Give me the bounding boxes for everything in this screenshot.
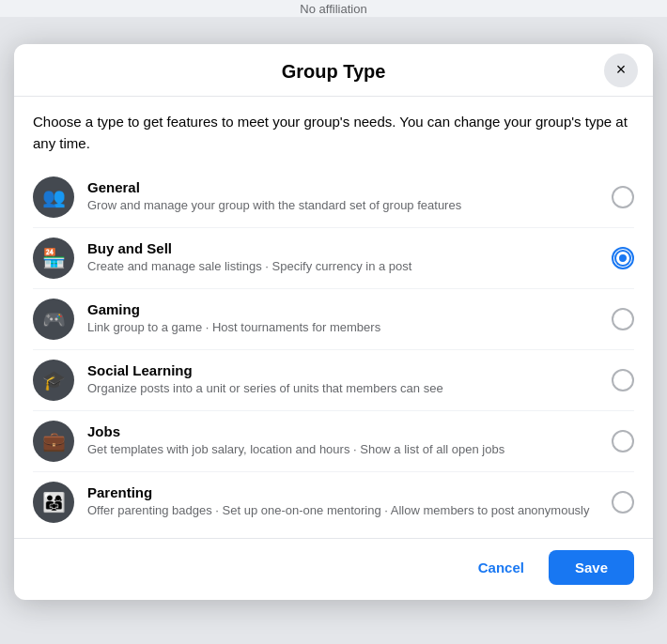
buy-and-sell-text: Buy and SellCreate and manage sale listi…	[87, 240, 602, 275]
gaming-icon: 🎮	[33, 299, 74, 340]
parenting-icon: 👨‍👩‍👧	[33, 482, 74, 523]
option-item-social-learning[interactable]: 🎓Social LearningOrganize posts into a un…	[33, 350, 634, 411]
option-item-parenting[interactable]: 👨‍👩‍👧ParentingOffer parenting badges · S…	[33, 472, 634, 532]
parenting-radio[interactable]	[612, 491, 634, 514]
jobs-text: JobsGet templates with job salary, locat…	[87, 423, 602, 458]
dialog-description: Choose a type to get features to meet yo…	[14, 97, 653, 163]
close-button[interactable]: ×	[604, 54, 638, 87]
background-hint: No affiliation	[0, 0, 667, 17]
parenting-desc: Offer parenting badges · Set up one-on-o…	[87, 502, 602, 519]
social-learning-icon: 🎓	[33, 360, 74, 401]
option-item-buy-and-sell[interactable]: 🏪Buy and SellCreate and manage sale list…	[33, 228, 634, 289]
social-learning-text: Social LearningOrganize posts into a uni…	[87, 362, 602, 397]
social-learning-radio[interactable]	[612, 369, 634, 391]
general-desc: Grow and manage your group with the stan…	[87, 197, 602, 214]
jobs-icon: 💼	[33, 421, 74, 462]
general-radio[interactable]	[612, 186, 634, 208]
option-item-general[interactable]: 👥GeneralGrow and manage your group with …	[33, 167, 634, 228]
buy-and-sell-desc: Create and manage sale listings · Specif…	[87, 258, 602, 275]
buy-and-sell-radio-inner	[616, 252, 629, 265]
dialog-header: Group Type ×	[14, 44, 653, 97]
buy-and-sell-name: Buy and Sell	[87, 240, 602, 256]
gaming-name: Gaming	[87, 301, 602, 317]
gaming-radio[interactable]	[612, 308, 634, 330]
general-name: General	[87, 179, 602, 195]
option-item-gaming[interactable]: 🎮GamingLink group to a game · Host tourn…	[33, 289, 634, 350]
jobs-desc: Get templates with job salary, location …	[87, 441, 602, 458]
dialog-backdrop: No affiliation Group Type × Choose a typ…	[0, 0, 667, 644]
dialog-title: Group Type	[282, 61, 386, 83]
group-type-dialog: Group Type × Choose a type to get featur…	[14, 44, 653, 600]
general-text: GeneralGrow and manage your group with t…	[87, 179, 602, 214]
dialog-footer: Cancel Save	[14, 538, 653, 600]
gaming-text: GamingLink group to a game · Host tourna…	[87, 301, 602, 336]
jobs-name: Jobs	[87, 423, 602, 439]
social-learning-name: Social Learning	[87, 362, 602, 378]
social-learning-desc: Organize posts into a unit or series of …	[87, 380, 602, 397]
buy-and-sell-icon: 🏪	[33, 238, 74, 279]
option-item-jobs[interactable]: 💼JobsGet templates with job salary, loca…	[33, 411, 634, 472]
jobs-radio[interactable]	[612, 430, 634, 452]
options-list: 👥GeneralGrow and manage your group with …	[14, 163, 653, 538]
buy-and-sell-radio[interactable]	[612, 247, 634, 269]
save-button[interactable]: Save	[549, 550, 634, 585]
cancel-button[interactable]: Cancel	[463, 552, 539, 583]
parenting-name: Parenting	[87, 484, 602, 500]
gaming-desc: Link group to a game · Host tournaments …	[87, 319, 602, 336]
parenting-text: ParentingOffer parenting badges · Set up…	[87, 484, 602, 519]
general-icon: 👥	[33, 176, 74, 218]
